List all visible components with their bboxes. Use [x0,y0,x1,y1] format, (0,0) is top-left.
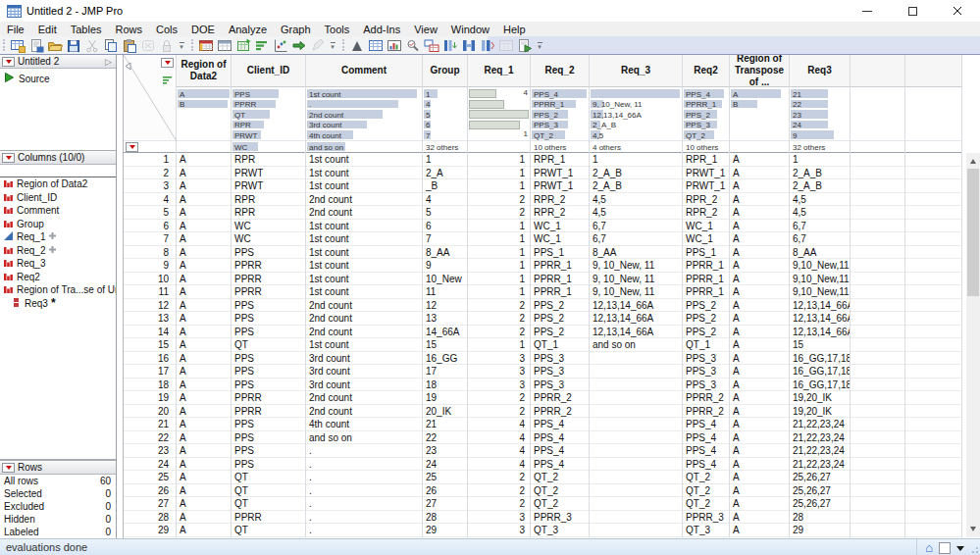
cell[interactable]: 19,20_IK [790,405,850,419]
cell[interactable]: A [177,418,231,431]
cell[interactable]: A [177,391,231,405]
cell[interactable]: _B [423,179,467,193]
cell[interactable]: PPS [232,365,305,378]
cell[interactable]: 25,26,27 [790,471,850,484]
cell[interactable]: 21,22,23,24 [790,444,850,458]
cell[interactable] [851,326,904,339]
scrollbar-thumb[interactable] [967,169,979,296]
cell[interactable] [851,418,904,431]
column-header-empty2[interactable] [905,55,961,87]
minimize-button[interactable] [845,0,890,22]
cell[interactable]: QT_2 [683,497,729,511]
cell[interactable]: 2_A [423,167,467,180]
cell[interactable]: PPS [232,352,305,366]
cell[interactable]: 6,7 [790,232,850,246]
cell[interactable]: 1 [423,153,467,167]
data-grid-icon[interactable] [366,37,385,54]
column-header-group[interactable]: Group [423,55,467,87]
cell[interactable]: 4 [468,431,530,445]
header-graph-label[interactable]: 2nd count [309,111,343,120]
cell[interactable]: PPRR_3 [531,511,589,525]
column-item-comment[interactable]: Comment [0,204,116,218]
cell[interactable]: 3 [468,524,530,537]
cell[interactable]: 1st count [306,285,422,299]
cell[interactable]: QT_1 [531,338,589,352]
cell[interactable]: A [177,405,231,419]
cell[interactable]: PPS_4 [531,418,589,431]
new-data-table-icon[interactable] [8,37,26,54]
cell[interactable]: PPS_4 [531,458,589,472]
cell[interactable]: 3 [468,378,530,392]
column-item-req-3[interactable]: Req_3 [0,257,116,271]
header-graph-label[interactable]: B [733,100,738,109]
header-graph-bar[interactable] [591,89,680,98]
tables-join-icon[interactable] [422,37,440,54]
header-graph-label[interactable]: 4 others [593,143,621,152]
cell[interactable]: A [177,338,231,352]
cell[interactable]: A [177,179,231,193]
cell[interactable]: A [177,193,231,207]
column-header-req_1[interactable]: Req_1 [468,55,530,87]
cell[interactable]: PPRR_2 [531,391,589,405]
cell[interactable]: PPS_2 [683,299,729,313]
menu-edit[interactable]: Edit [31,22,64,36]
row-number[interactable]: 15 [124,338,176,352]
cell[interactable]: QT [232,471,305,484]
cell[interactable]: 19,20_IK [790,391,850,405]
header-histogram-bar[interactable] [469,110,529,119]
cell[interactable]: A [730,246,789,260]
cell[interactable]: 16_GG,17,18 [790,365,850,378]
cell[interactable]: 1st count [306,220,422,233]
row-number[interactable]: 13 [124,312,176,326]
cell[interactable]: RPR_2 [531,206,589,220]
rows-panel-header[interactable]: Rows [0,461,116,475]
cell[interactable]: A [730,153,789,167]
cell[interactable]: A [177,153,231,167]
cell[interactable] [851,405,904,419]
cell[interactable]: 2nd count [306,206,422,220]
cell[interactable] [851,299,904,313]
cell[interactable]: 1 [468,259,530,273]
cell[interactable]: 4,5 [790,206,850,220]
cell[interactable]: A [730,444,789,458]
columns-search-input[interactable] [3,166,118,177]
cell[interactable]: 2 [468,471,530,484]
cell[interactable]: 2_A_B [590,179,682,193]
open-icon[interactable] [45,37,64,54]
row-number[interactable]: 2 [124,167,176,180]
toolbar-group-handle[interactable] [3,39,5,51]
cell[interactable]: PPS_3 [531,352,589,366]
cell[interactable] [851,232,904,246]
cell[interactable] [905,405,961,419]
cell[interactable]: PPS_3 [531,365,589,378]
cell[interactable]: PPS_3 [683,378,729,392]
header-graph-label[interactable]: PPRR_1 [534,100,564,109]
cell[interactable]: PPRR_1 [531,259,589,273]
cell[interactable]: 28 [790,511,850,525]
row-number[interactable]: 22 [124,431,176,445]
cell[interactable]: PPRR [232,511,305,525]
cell[interactable]: A [177,259,231,273]
copy-icon[interactable] [101,37,120,54]
header-graph-label[interactable]: 4,5 [593,131,603,140]
menu-rows[interactable]: Rows [109,22,150,36]
header-histogram-bar[interactable] [469,89,496,98]
header-graph-label[interactable]: 9, 10_New, 11 [593,100,643,109]
cell[interactable] [851,391,904,405]
cell[interactable] [905,153,961,167]
save-icon[interactable] [64,37,82,54]
cell[interactable] [905,444,961,458]
cell[interactable] [851,484,904,498]
scroll-up-icon[interactable] [966,153,980,167]
cell[interactable]: PPRR [232,259,305,273]
cell[interactable]: PPS_4 [683,418,729,431]
header-graph-label[interactable]: 1 [426,90,430,99]
data-table-icon[interactable] [196,37,215,54]
cell[interactable]: 29 [790,524,850,537]
cell[interactable]: . [306,484,422,498]
cell[interactable]: A [177,524,231,537]
cell[interactable]: 1st count [306,259,422,273]
cell[interactable]: PPRR_2 [683,391,729,405]
cell[interactable]: 16_GG [423,352,467,366]
cell[interactable] [851,471,904,484]
